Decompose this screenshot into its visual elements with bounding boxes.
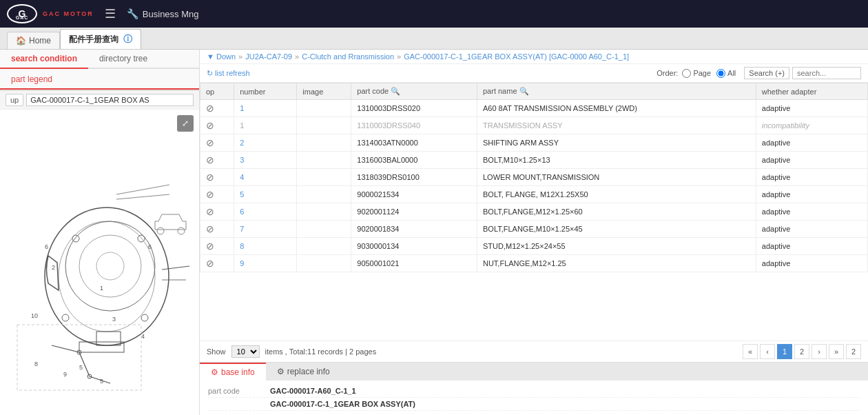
radio-page-input[interactable] <box>682 69 691 78</box>
bottom-tabs: ⚙ base info ⚙ replace info <box>200 363 868 381</box>
svg-point-8 <box>141 314 148 321</box>
hamburger-menu-icon[interactable]: ☰ <box>105 6 116 21</box>
parts-diagram: 1 2 3 4 5 5 6 6 8 9 10 <box>10 132 189 394</box>
breadcrumb-item-2[interactable]: C-Clutch and Rransmission <box>302 52 394 61</box>
right-breadcrumb: ▼ Down » JU2A-CA7-09 » C-Clutch and Rran… <box>200 50 868 64</box>
tab-home[interactable]: 🏠 Home <box>7 32 60 49</box>
op-icon[interactable]: ⊘ <box>206 103 214 114</box>
info-row-code: part code GAC-000017-A60_C-1_1 <box>208 385 860 398</box>
tab-parts[interactable]: 配件手册查询 ⓘ <box>60 29 141 49</box>
refresh-button[interactable]: ↻ list refresh <box>207 69 250 78</box>
up-button[interactable]: up <box>6 94 23 106</box>
search-input[interactable] <box>792 67 861 79</box>
page-next-button[interactable]: › <box>812 344 827 359</box>
part-code-cell: 1318039DRS0100 <box>351 169 477 186</box>
number-link[interactable]: 8 <box>240 242 244 250</box>
down-button[interactable]: ▼ Down <box>207 52 236 61</box>
page-jump-button[interactable]: 2 <box>846 344 861 359</box>
table-row: ⊘31316003BAL0000BOLT,M10×1.25×13adaptive <box>200 152 868 169</box>
page-first-button[interactable]: « <box>743 344 758 359</box>
radio-page[interactable]: Page <box>682 69 711 78</box>
base-info-icon: ⚙ <box>211 367 218 377</box>
op-cell[interactable]: ⊘ <box>200 238 234 255</box>
svg-point-2 <box>65 221 155 311</box>
op-icon[interactable]: ⊘ <box>206 120 214 131</box>
op-icon[interactable]: ⊘ <box>206 206 214 217</box>
toolbar-row: ↻ list refresh Order: Page All Searc <box>200 64 868 83</box>
number-link[interactable]: 5 <box>240 190 244 199</box>
app-title: Business Mng <box>143 9 199 19</box>
tab-base-info[interactable]: ⚙ base info <box>200 363 266 381</box>
svg-point-3 <box>79 235 141 297</box>
number-cell: 4 <box>234 169 297 186</box>
op-icon[interactable]: ⊘ <box>206 189 214 200</box>
op-icon[interactable]: ⊘ <box>206 172 214 183</box>
search-plus-button[interactable]: Search (+) <box>744 67 789 79</box>
image-cell <box>297 221 351 238</box>
show-label: Show <box>207 347 226 356</box>
number-link[interactable]: 2 <box>240 139 244 147</box>
items-per-page-select[interactable]: 10 <box>231 345 260 358</box>
nav-title-area: 🔧 Business Mng <box>127 8 199 19</box>
number-link[interactable]: 1 <box>240 104 244 112</box>
tab-close-icon[interactable]: ⓘ <box>123 33 132 45</box>
tab-directory-tree[interactable]: directory tree <box>88 50 158 68</box>
svg-text:9: 9 <box>63 371 67 378</box>
pagination-row: Show 10 items , Total:11 records | 2 pag… <box>200 341 868 362</box>
op-icon[interactable]: ⊘ <box>206 154 214 165</box>
part-code-search-icon[interactable]: 🔍 <box>391 87 400 95</box>
number-link[interactable]: 7 <box>240 225 244 233</box>
expand-button[interactable]: ⤢ <box>177 115 194 132</box>
tab-search-condition[interactable]: search condition <box>0 50 88 69</box>
tab-replace-info[interactable]: ⚙ replace info <box>266 363 341 381</box>
op-cell[interactable]: ⊘ <box>200 134 234 152</box>
adaptive-badge: adaptive <box>762 173 791 181</box>
page-last-button[interactable]: » <box>829 344 844 359</box>
op-icon[interactable]: ⊘ <box>206 241 214 252</box>
part-code-cell: 9020001124 <box>351 203 477 221</box>
tab-part-legend[interactable]: part legend <box>0 70 199 90</box>
logo-area: G GAC GAC MOTOR <box>7 4 94 23</box>
op-cell[interactable]: ⊘ <box>200 203 234 221</box>
breadcrumb-item-3[interactable]: GAC-000017-C-1_1GEAR BOX ASSY(AT) [GAC-0… <box>404 52 629 61</box>
gac-motor-label: GAC MOTOR <box>43 11 94 17</box>
refresh-icon: ↻ <box>207 69 213 78</box>
part-name-cell: BOLT,M10×1.25×13 <box>477 152 756 169</box>
part-name-search-icon[interactable]: 🔍 <box>519 87 529 95</box>
home-icon: 🏠 <box>16 36 26 45</box>
op-icon[interactable]: ⊘ <box>206 223 214 234</box>
radio-all-input[interactable] <box>716 69 725 78</box>
svg-text:8: 8 <box>34 361 38 367</box>
table-row: ⊘21314003ATN0000SHIFTING ARM ASSYadaptiv… <box>200 134 868 152</box>
col-part-name: part name 🔍 <box>477 83 756 100</box>
part-name-cell: BOLT,FLANGE,M12×1.25×60 <box>477 203 756 221</box>
svg-text:5: 5 <box>100 378 103 385</box>
number-link[interactable]: 3 <box>240 156 244 164</box>
op-cell[interactable]: ⊘ <box>200 152 234 169</box>
svg-point-11 <box>157 227 164 234</box>
op-cell[interactable]: ⊘ <box>200 255 234 272</box>
col-part-code: part code 🔍 <box>351 83 477 100</box>
svg-line-16 <box>116 194 169 199</box>
part-code-cell: 9020001834 <box>351 221 477 238</box>
op-cell[interactable]: ⊘ <box>200 169 234 186</box>
svg-line-28 <box>162 266 189 270</box>
radio-all[interactable]: All <box>716 69 736 78</box>
op-cell[interactable]: ⊘ <box>200 221 234 238</box>
breadcrumb-item-1[interactable]: JU2A-CA7-09 <box>245 52 292 61</box>
number-link[interactable]: 9 <box>240 259 244 267</box>
number-link[interactable]: 4 <box>240 173 244 181</box>
col-op: op <box>200 83 234 100</box>
page-prev-button[interactable]: ‹ <box>760 344 775 359</box>
op-cell[interactable]: ⊘ <box>200 117 234 134</box>
part-code-cell: 1310003DRSS020 <box>351 100 477 117</box>
op-icon[interactable]: ⊘ <box>206 258 214 269</box>
base-info-label: base info <box>221 367 255 377</box>
op-cell[interactable]: ⊘ <box>200 186 234 203</box>
page-2-button[interactable]: 2 <box>794 344 809 359</box>
page-1-button[interactable]: 1 <box>777 344 792 359</box>
op-cell[interactable]: ⊘ <box>200 100 234 117</box>
number-link[interactable]: 6 <box>240 208 244 216</box>
breadcrumb-input[interactable] <box>26 94 194 106</box>
op-icon[interactable]: ⊘ <box>206 137 214 148</box>
